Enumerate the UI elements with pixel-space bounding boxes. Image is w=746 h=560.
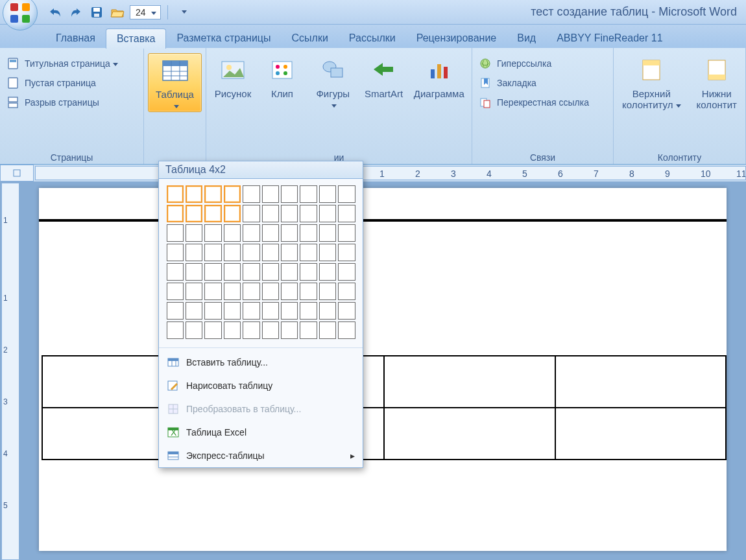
grid-cell[interactable] (300, 185, 317, 203)
tab-references[interactable]: Ссылки (282, 29, 339, 48)
grid-cell[interactable] (224, 302, 241, 320)
grid-cell[interactable] (300, 321, 317, 339)
grid-cell[interactable] (319, 244, 336, 261)
tab-home[interactable]: Главная (45, 29, 106, 48)
grid-cell[interactable] (262, 224, 279, 242)
grid-cell[interactable] (262, 302, 279, 320)
grid-cell[interactable] (186, 263, 202, 281)
vertical-ruler[interactable]: 112345 (1, 183, 19, 560)
table-grid-picker[interactable] (159, 179, 363, 345)
grid-cell[interactable] (300, 224, 317, 242)
grid-cell[interactable] (262, 205, 279, 222)
grid-cell[interactable] (243, 244, 259, 261)
crossref-button[interactable]: Перекрестная ссылка (479, 96, 589, 109)
grid-cell[interactable] (338, 224, 355, 242)
grid-cell[interactable] (319, 205, 336, 222)
grid-cell[interactable] (167, 263, 184, 281)
grid-cell[interactable] (167, 283, 184, 300)
cover-page-button[interactable]: Титульная страница (6, 57, 118, 70)
grid-cell[interactable] (338, 283, 355, 300)
tab-page-layout[interactable]: Разметка страницы (166, 29, 281, 48)
tab-mailings[interactable]: Рассылки (339, 29, 406, 48)
grid-cell[interactable] (319, 224, 336, 242)
excel-table-menu-item[interactable]: X Таблица Excel (159, 421, 363, 444)
grid-cell[interactable] (204, 263, 221, 281)
grid-cell[interactable] (243, 205, 259, 222)
picture-button[interactable]: Рисунок (210, 53, 256, 99)
grid-cell[interactable] (204, 224, 221, 242)
clip-button[interactable]: Клип (259, 53, 305, 99)
grid-cell[interactable] (167, 185, 184, 203)
save-button[interactable] (88, 4, 105, 21)
grid-cell[interactable] (204, 321, 221, 339)
grid-cell[interactable] (224, 224, 241, 242)
grid-cell[interactable] (204, 302, 221, 320)
tab-review[interactable]: Рецензирование (406, 29, 507, 48)
grid-cell[interactable] (300, 302, 317, 320)
grid-cell[interactable] (281, 185, 298, 203)
grid-cell[interactable] (281, 283, 298, 300)
grid-cell[interactable] (300, 205, 317, 222)
quick-tables-menu-item[interactable]: Экспресс-таблицы ▸ (159, 444, 363, 467)
grid-cell[interactable] (300, 244, 317, 261)
footer-button[interactable]: Нижни колонтит (693, 53, 741, 111)
grid-cell[interactable] (186, 321, 202, 339)
grid-cell[interactable] (167, 302, 184, 320)
bookmark-button[interactable]: Закладка (479, 76, 589, 89)
grid-cell[interactable] (186, 205, 202, 222)
grid-cell[interactable] (243, 224, 259, 242)
grid-cell[interactable] (338, 321, 355, 339)
grid-cell[interactable] (204, 244, 221, 261)
hyperlink-button[interactable]: Гиперссылка (479, 57, 589, 70)
grid-cell[interactable] (243, 263, 259, 281)
grid-cell[interactable] (186, 244, 202, 261)
page-break-button[interactable]: Разрыв страницы (6, 96, 118, 109)
grid-cell[interactable] (243, 302, 259, 320)
tab-view[interactable]: Вид (507, 29, 546, 48)
grid-cell[interactable] (338, 302, 355, 320)
grid-cell[interactable] (338, 185, 355, 203)
grid-cell[interactable] (186, 283, 202, 300)
grid-cell[interactable] (319, 263, 336, 281)
grid-cell[interactable] (243, 185, 259, 203)
grid-cell[interactable] (300, 263, 317, 281)
grid-cell[interactable] (204, 205, 221, 222)
header-button[interactable]: Верхний колонтитул (618, 53, 685, 111)
grid-cell[interactable] (167, 244, 184, 261)
smartart-button[interactable]: SmartArt (361, 53, 406, 99)
grid-cell[interactable] (319, 302, 336, 320)
grid-cell[interactable] (319, 321, 336, 339)
grid-cell[interactable] (186, 224, 202, 242)
grid-cell[interactable] (338, 244, 355, 261)
grid-cell[interactable] (167, 224, 184, 242)
grid-cell[interactable] (281, 263, 298, 281)
document-table[interactable] (42, 355, 727, 460)
shapes-button[interactable]: Фигуры (309, 53, 357, 111)
insert-table-menu-item[interactable]: Вставить таблицу... (159, 351, 363, 374)
chart-button[interactable]: Диаграмма (411, 53, 468, 99)
grid-cell[interactable] (224, 185, 241, 203)
grid-cell[interactable] (281, 224, 298, 242)
grid-cell[interactable] (338, 263, 355, 281)
grid-cell[interactable] (262, 185, 279, 203)
grid-cell[interactable] (319, 283, 336, 300)
table-button[interactable]: Таблица (148, 53, 202, 112)
qat-customize-button[interactable] (174, 4, 191, 21)
grid-cell[interactable] (186, 302, 202, 320)
grid-cell[interactable] (281, 205, 298, 222)
font-size-box[interactable]: 24 (130, 5, 161, 19)
grid-cell[interactable] (338, 205, 355, 222)
grid-cell[interactable] (204, 185, 221, 203)
grid-cell[interactable] (243, 283, 259, 300)
grid-cell[interactable] (204, 283, 221, 300)
grid-cell[interactable] (262, 244, 279, 261)
tab-finereader[interactable]: ABBYY FineReader 11 (546, 29, 673, 48)
grid-cell[interactable] (281, 321, 298, 339)
grid-cell[interactable] (167, 321, 184, 339)
grid-cell[interactable] (224, 321, 241, 339)
grid-cell[interactable] (319, 185, 336, 203)
grid-cell[interactable] (224, 283, 241, 300)
blank-page-button[interactable]: Пустая страница (6, 76, 118, 89)
grid-cell[interactable] (224, 244, 241, 261)
grid-cell[interactable] (186, 185, 202, 203)
